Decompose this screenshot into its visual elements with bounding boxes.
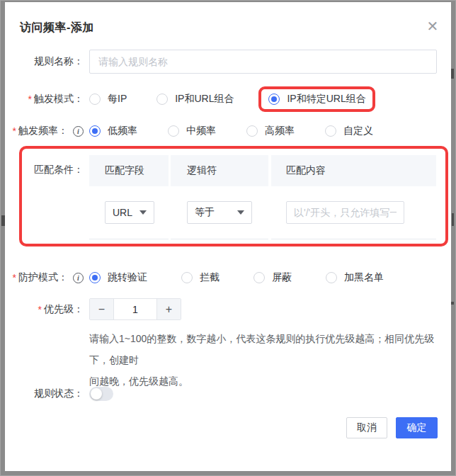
- priority-row: * 优先级： − 1 +: [5, 297, 451, 322]
- confirm-button[interactable]: 确定: [396, 417, 438, 438]
- radio-circle: [326, 272, 337, 283]
- trigger-mode-label: * 触发模式：: [5, 93, 84, 106]
- chevron-down-icon: [237, 210, 244, 215]
- priority-label: * 优先级：: [5, 303, 84, 316]
- column-header-field: 匹配字段: [89, 155, 169, 186]
- match-conditions-label: 匹配条件：: [5, 164, 84, 176]
- radio-circle-selected: [89, 272, 101, 283]
- increment-button[interactable]: +: [157, 299, 181, 319]
- radio-high-frequency[interactable]: 高频率: [246, 125, 295, 137]
- operator-column: 逻辑符 等于: [171, 155, 268, 239]
- radio-shield[interactable]: 屏蔽: [253, 271, 292, 284]
- radio-circle: [181, 272, 193, 283]
- required-mark: *: [13, 125, 16, 137]
- radio-circle: [325, 125, 336, 137]
- column-header-operator: 逻辑符: [171, 155, 268, 186]
- required-mark: *: [13, 272, 16, 283]
- radio-ip-url[interactable]: IP和URL组合: [156, 93, 234, 106]
- close-icon[interactable]: ✕: [425, 18, 440, 34]
- protection-mode-row: * 防护模式： i 跳转验证 拦截 屏蔽 加黑名单: [5, 264, 451, 291]
- dialog-title: 访问频率-添加: [20, 21, 94, 35]
- priority-stepper: − 1 +: [89, 298, 181, 320]
- rule-name-row: 规则名称：: [5, 49, 451, 74]
- cancel-button[interactable]: 取消: [346, 417, 387, 438]
- decrement-button[interactable]: −: [90, 299, 113, 319]
- operator-select[interactable]: 等于: [187, 201, 252, 224]
- match-field-select[interactable]: URL: [105, 201, 154, 224]
- column-header-content: 匹配内容: [271, 155, 436, 186]
- toggle-knob: [91, 388, 102, 400]
- required-mark: *: [28, 94, 32, 105]
- match-content-input[interactable]: [286, 201, 404, 224]
- radio-circle: [253, 272, 265, 283]
- radio-per-ip[interactable]: 每IP: [89, 93, 127, 106]
- chevron-down-icon: [139, 210, 147, 215]
- rule-name-input[interactable]: [89, 50, 437, 74]
- radio-circle: [168, 125, 179, 137]
- radio-mid-frequency[interactable]: 中频率: [168, 125, 216, 137]
- match-content-column: 匹配内容: [271, 155, 436, 239]
- trigger-frequency-label: * 触发频率： i: [5, 125, 84, 137]
- radio-blacklist[interactable]: 加黑名单: [326, 271, 384, 284]
- info-icon: i: [73, 126, 84, 137]
- trigger-mode-row: * 触发模式： 每IP IP和URL组合 IP和特定URL组合: [5, 85, 451, 113]
- rule-status-label: 规则状态：: [5, 387, 84, 400]
- radio-custom-frequency[interactable]: 自定义: [325, 125, 373, 137]
- background-artifact: [451, 69, 454, 79]
- priority-value[interactable]: 1: [113, 299, 157, 319]
- radio-circle: [156, 94, 168, 105]
- radio-circle-selected: [89, 125, 101, 137]
- radio-block[interactable]: 拦截: [181, 271, 220, 284]
- protection-mode-label: * 防护模式： i: [5, 271, 84, 284]
- radio-circle: [89, 94, 101, 105]
- match-conditions-table: 匹配字段 URL 逻辑符 等于 匹配内容: [89, 155, 436, 239]
- match-field-column: 匹配字段 URL: [89, 155, 169, 239]
- rule-status-toggle[interactable]: [89, 387, 113, 401]
- radio-low-frequency[interactable]: 低频率: [89, 125, 137, 137]
- required-mark: *: [38, 304, 42, 315]
- background-artifact: [452, 213, 454, 226]
- rule-status-row: 规则状态：: [5, 382, 451, 406]
- radio-ip-specific-url[interactable]: IP和特定URL组合: [268, 93, 365, 106]
- rule-name-label: 规则名称：: [5, 55, 84, 68]
- radio-circle: [246, 125, 258, 137]
- radio-circle-selected: [268, 94, 280, 105]
- background-artifact: [451, 302, 454, 305]
- screenshot-frame: 访问频率-添加 ✕ 规则名称： * 触发模式： 每IP IP和URL组合: [0, 0, 456, 476]
- info-icon: i: [73, 273, 84, 283]
- radio-redirect-verify[interactable]: 跳转验证: [89, 271, 147, 284]
- add-rule-dialog: 访问频率-添加 ✕ 规则名称： * 触发模式： 每IP IP和URL组合: [5, 2, 451, 471]
- trigger-frequency-row: * 触发频率： i 低频率 中频率 高频率 自定义: [5, 118, 451, 144]
